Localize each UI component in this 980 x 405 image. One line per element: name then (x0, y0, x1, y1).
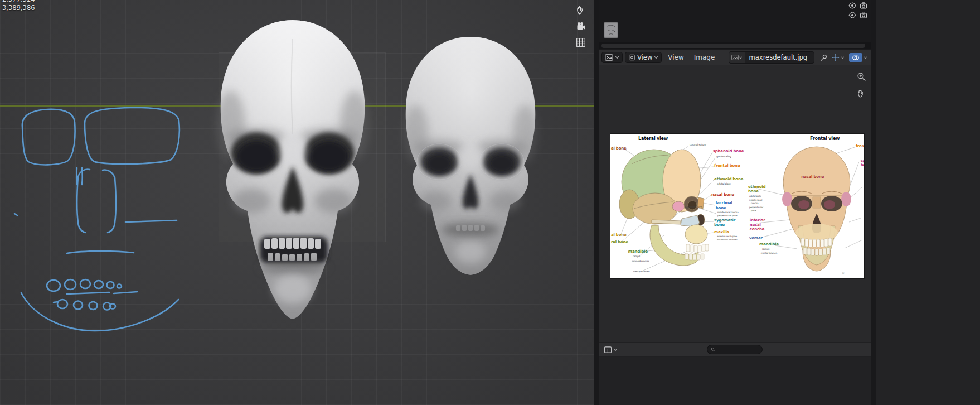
ortho-grid-icon[interactable] (574, 36, 588, 49)
overlays-toggle[interactable] (848, 53, 869, 62)
hide-viewport-eye-icon[interactable] (848, 11, 856, 21)
chevron-down-icon (841, 56, 845, 59)
stat-line-1: 2,377,324 (2, 0, 35, 4)
anatomy-label: ethmoid bone (714, 177, 743, 181)
sculpt-skull-primary[interactable] (202, 17, 384, 321)
anatomy-label: anterior nasal spine (717, 235, 737, 238)
anatomy-label: sp (861, 158, 864, 162)
image-thumbnail[interactable] (604, 22, 618, 38)
image-editor-canvas[interactable]: Lateral viewFrontal viewal bonecoronal s… (599, 65, 871, 342)
pan-hand-icon[interactable] (857, 89, 866, 100)
anatomy-label: Frontal view (810, 137, 840, 141)
outliner-row (848, 11, 867, 21)
overlays-icon (852, 55, 860, 61)
anatomy-label: coronal suture (690, 144, 706, 147)
mode-label: View (637, 54, 652, 61)
anatomy-label: nasal bone (711, 193, 734, 197)
disable-render-camera-icon[interactable] (860, 11, 867, 21)
zoom-icon[interactable] (857, 72, 866, 84)
image-datablock: maxresdefault.jpg (729, 51, 814, 64)
anatomy-label: bone (714, 223, 725, 227)
viewport-3d[interactable]: 2,377,324 3,389,386 (0, 0, 594, 405)
canvas-gizmos (857, 72, 866, 100)
outliner-panel[interactable] (599, 0, 871, 50)
anatomy-label: ramus (633, 255, 640, 258)
anatomy-label: inferior (750, 218, 765, 222)
pan-hand-icon[interactable] (574, 3, 588, 17)
anatomy-label: mandible (628, 250, 648, 254)
gizmos-dropdown[interactable] (831, 54, 846, 61)
anatomy-label: zygomatic arch (685, 206, 702, 209)
image-editor-icon (605, 54, 613, 61)
anatomy-label: nasal (750, 223, 761, 226)
anatomy-label: concha (750, 227, 765, 231)
anatomy-label: al bone (611, 233, 627, 237)
anatomy-label: mental foramen (761, 252, 777, 254)
anatomy-label: coronoid process (632, 260, 649, 262)
browse-image-dropdown[interactable] (729, 52, 745, 63)
anatomy-label: greater wing (716, 156, 731, 158)
anatomy-label: mandible (759, 242, 779, 246)
anatomy-label: zygomatic (714, 219, 736, 223)
anatomy-label: ral bone (611, 240, 628, 244)
anatomy-label: perpendicular (749, 206, 763, 209)
pin-icon (820, 54, 827, 61)
bottom-editor-content (599, 357, 871, 405)
horizontal-scrollbar[interactable] (599, 42, 871, 49)
anatomy-label: ramus (762, 248, 769, 251)
image-browse-icon (731, 54, 739, 61)
camera-view-icon[interactable] (574, 20, 588, 33)
anatomy-label: orbital plate (717, 183, 731, 186)
anatomy-label: frontal bone (714, 163, 740, 167)
image-name[interactable]: maxresdefault.jpg (745, 54, 812, 61)
fake-user-shield-button[interactable] (812, 52, 814, 63)
chevron-down-icon (654, 56, 658, 59)
anatomy-label: middle nasal concha (717, 211, 738, 214)
anatomy-label: bone (716, 206, 726, 210)
scene-statistics: 2,377,324 3,389,386 (2, 0, 35, 12)
search-field[interactable] (707, 345, 763, 354)
empty-side-panel (876, 0, 980, 405)
editor-icon (604, 346, 612, 354)
anatomy-label: plate (751, 210, 756, 212)
pin-image-button[interactable] (819, 54, 828, 61)
reference-image: Lateral viewFrontal viewal bonecoronal s… (610, 134, 864, 278)
editor-type-dropdown[interactable] (601, 52, 623, 63)
anatomy-label: Lateral view (638, 137, 668, 141)
gizmo-arrows-icon (832, 54, 840, 61)
anatomy-label: al bone (611, 146, 627, 150)
menu-view[interactable]: View (664, 52, 687, 62)
search-input[interactable] (717, 345, 759, 354)
chevron-down-icon (613, 348, 618, 351)
editor-type-dropdown[interactable] (603, 346, 619, 354)
blender-app: 2,377,324 3,389,386 (0, 0, 980, 405)
bottom-editor-header (599, 342, 871, 357)
viewport-nav-gizmos (574, 3, 588, 49)
anatomy-label: vomer (749, 236, 763, 240)
anatomy-label: concha (751, 202, 758, 205)
anatomy-label: orbital plate (749, 195, 761, 197)
anatomy-label: nasal bone (801, 175, 824, 179)
view-mode-icon (628, 54, 635, 61)
mode-dropdown[interactable]: View (625, 52, 662, 63)
chevron-down-icon (863, 56, 867, 59)
anatomy-label: fron (856, 144, 864, 148)
right-region: View View Image maxresdefault.jpg (599, 0, 871, 405)
anatomy-label: mental foramen (633, 271, 649, 273)
search-icon (711, 346, 715, 353)
anatomy-label: sphenoid bone (713, 150, 744, 153)
image-editor-header: View View Image maxresdefault.jpg (599, 50, 871, 65)
anatomy-label: perpendicular plate (717, 215, 737, 217)
anatomy-label: lacrimal (716, 201, 732, 205)
anatomy-label: ethmoid (748, 185, 765, 189)
sculpt-skull-secondary[interactable] (384, 33, 557, 277)
anatomy-label: infraorbital foramen (717, 239, 737, 241)
chevron-down-icon (615, 56, 619, 59)
anatomy-label: bo (861, 163, 864, 167)
anatomy-label: bone (748, 190, 759, 194)
anatomy-labels: Lateral viewFrontal viewal bonecoronal s… (610, 134, 864, 278)
anatomy-label: © (842, 271, 845, 274)
anatomy-label: middle nasal (749, 199, 762, 201)
menu-image[interactable]: Image (690, 52, 719, 62)
chevron-down-icon (739, 56, 743, 59)
